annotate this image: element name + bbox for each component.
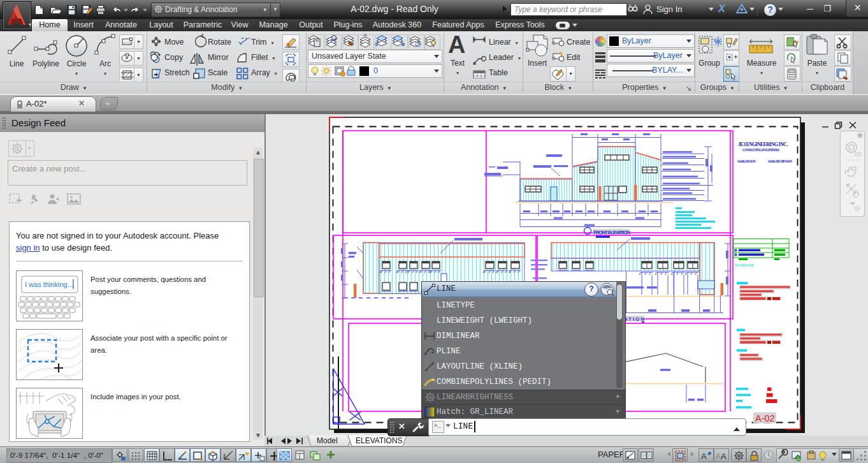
- svg-text:SASKATOON: SASKATOON: [737, 159, 756, 163]
- svg-text:A-02: A-02: [755, 413, 775, 423]
- svg-text:2D: 2D: [854, 151, 862, 158]
- svg-text:FRONT ELEVATION: FRONT ELEVATION: [593, 230, 630, 235]
- svg-text:I was thinking...: I was thinking...: [25, 281, 73, 288]
- svg-text:A: A: [701, 452, 707, 461]
- svg-text:SASKATCHEWAN: SASKATCHEWAN: [768, 159, 792, 163]
- svg-text:A: A: [716, 452, 721, 461]
- svg-text:revisions: revisions: [735, 262, 754, 268]
- svg-text:CONSULTING ENGINEERS: CONSULTING ENGINEERS: [742, 148, 779, 152]
- svg-text:A: A: [721, 452, 727, 461]
- svg-text:JE3 ENGINEERING INC.: JE3 ENGINEERING INC.: [738, 142, 788, 147]
